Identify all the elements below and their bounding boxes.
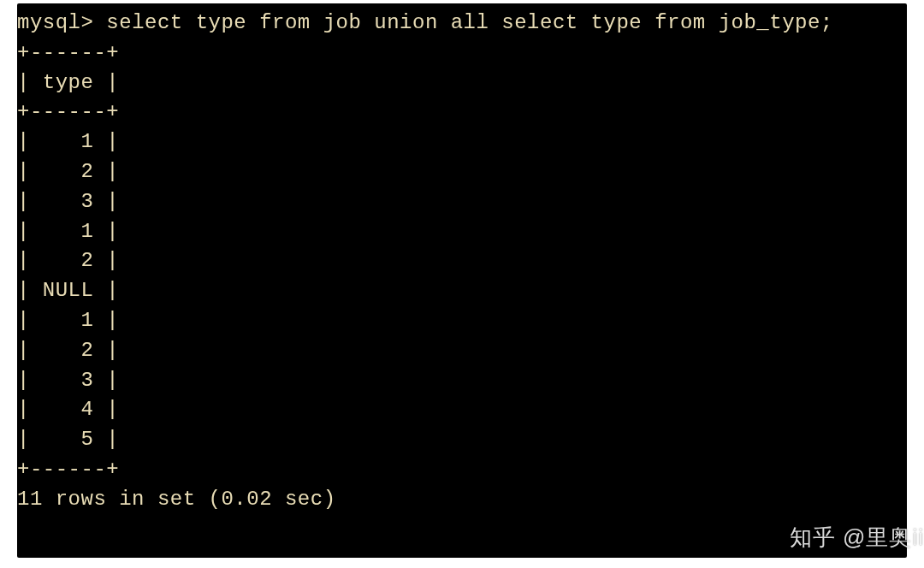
- table-row: | 2 |: [17, 249, 119, 272]
- table-row: | 5 |: [17, 428, 119, 451]
- watermark: 知乎 @里奥ii: [790, 523, 924, 553]
- table-border-bot: +------+: [17, 458, 119, 481]
- terminal-output: mysql> select type from job union all se…: [17, 3, 907, 558]
- table-row: | 1 |: [17, 220, 119, 243]
- table-row: | 3 |: [17, 190, 119, 213]
- table-row: | 2 |: [17, 339, 119, 362]
- result-summary: 11 rows in set (0.02 sec): [17, 488, 336, 511]
- mysql-prompt: mysql>: [17, 11, 106, 34]
- table-border-mid: +------+: [17, 100, 119, 123]
- sql-query: select type from job union all select ty…: [106, 11, 832, 34]
- table-row: | 2 |: [17, 160, 119, 183]
- table-row: | 4 |: [17, 398, 119, 421]
- table-row: | NULL |: [17, 279, 119, 302]
- table-border-top: +------+: [17, 41, 119, 64]
- table-row: | 1 |: [17, 130, 119, 153]
- table-row: | 3 |: [17, 369, 119, 392]
- table-header: | type |: [17, 71, 119, 94]
- table-row: | 1 |: [17, 309, 119, 332]
